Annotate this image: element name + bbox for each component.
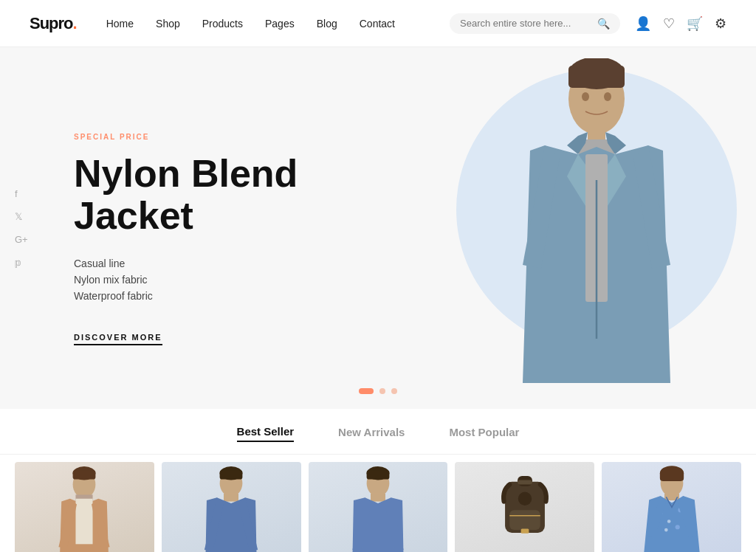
product-card-3[interactable] [309,462,448,552]
svg-rect-21 [371,494,385,502]
hero-section: f 𝕏 G+ 𝕡 SPECIAL PRICE Nylon Blend Jacke… [0,47,756,409]
nav-home[interactable]: Home [106,18,134,30]
svg-rect-15 [224,494,238,502]
search-icon[interactable]: 🔍 [597,18,610,30]
svg-rect-11 [76,499,93,545]
hero-title: Nylon Blend Jacket [74,153,393,237]
facebook-icon[interactable]: f [15,188,28,199]
googleplus-icon[interactable]: G+ [15,234,28,245]
products-grid [15,462,741,552]
account-icon[interactable]: 👤 [635,15,651,32]
tab-new-arrivals[interactable]: New Arrivals [338,426,405,441]
header: Supro. Home Shop Products Pages Blog Con… [0,0,756,47]
product-card-1[interactable] [15,462,154,552]
header-icons: 👤 ♡ 🛒 ⚙ [635,15,726,32]
dot-3[interactable] [391,388,397,394]
svg-rect-13 [73,470,96,479]
twitter-icon[interactable]: 𝕏 [15,211,28,222]
hero-image-area [437,47,756,409]
svg-rect-23 [367,470,390,479]
dot-2[interactable] [379,388,385,394]
product-image-3 [341,465,415,552]
nav-blog[interactable]: Blog [317,18,337,30]
cart-icon[interactable]: 🛒 [687,15,703,32]
svg-rect-28 [509,510,540,530]
svg-rect-17 [220,470,243,479]
brand-name: Supro [30,14,73,32]
feature-3: Waterproof fabric [74,290,393,302]
svg-point-36 [667,520,670,523]
special-price-label: SPECIAL PRICE [74,133,393,141]
search-input[interactable] [460,18,593,29]
dot-1[interactable] [359,388,374,394]
svg-point-8 [604,92,611,101]
product-card-4[interactable] [455,462,594,552]
product-image-4 [488,465,562,552]
wishlist-icon[interactable]: ♡ [663,15,675,32]
hero-product-image [478,58,715,398]
search-bar: 🔍 [450,13,620,34]
svg-point-38 [664,528,668,532]
social-sidebar: f 𝕏 G+ 𝕡 [15,188,28,268]
settings-icon[interactable]: ⚙ [715,15,726,32]
slider-dots [359,388,397,394]
nav-products[interactable]: Products [202,18,243,30]
product-image-1 [47,465,121,552]
nav-contact[interactable]: Contact [360,18,395,30]
svg-rect-6 [568,66,625,88]
nav-shop[interactable]: Shop [156,18,180,30]
svg-rect-32 [520,529,529,534]
product-card-5[interactable] [602,462,741,552]
discover-more-button[interactable]: DISCOVER MORE [74,333,162,345]
hero-content: SPECIAL PRICE Nylon Blend Jacket Casual … [0,47,437,409]
tab-most-popular[interactable]: Most Popular [449,426,519,441]
svg-rect-30 [518,480,532,484]
svg-point-31 [518,492,532,506]
svg-point-7 [582,92,589,101]
svg-rect-41 [659,471,683,481]
jacket-figure [501,58,693,398]
feature-1: Casual line [74,258,393,269]
product-image-5 [635,465,709,552]
feature-2: Nylon mix fabric [74,274,393,286]
product-tabs: Best Seller New Arrivals Most Popular [0,409,756,455]
svg-point-39 [675,525,679,529]
tab-best-seller[interactable]: Best Seller [237,425,295,442]
products-section [0,455,756,552]
brand-dot: . [73,14,77,32]
product-image-2 [194,465,268,552]
product-card-2[interactable] [162,462,301,552]
logo[interactable]: Supro. [30,14,77,33]
nav-pages[interactable]: Pages [265,18,295,30]
hero-features: Casual line Nylon mix fabric Waterproof … [74,258,393,306]
pinterest-icon[interactable]: 𝕡 [15,257,28,268]
main-nav: Home Shop Products Pages Blog Contact [106,18,450,30]
